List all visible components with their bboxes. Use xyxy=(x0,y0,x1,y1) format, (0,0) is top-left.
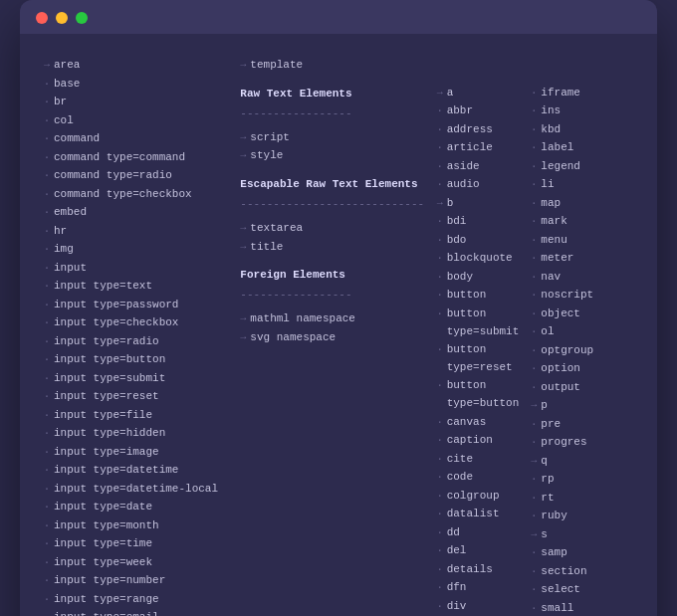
normal-col2: ·iframe·ins·kbd·label·legend·li·map·mark… xyxy=(531,84,621,616)
list-item: ·input type=button xyxy=(44,350,228,369)
bullet-icon: · xyxy=(437,214,443,231)
list-item: →svg namespace xyxy=(240,328,424,347)
arrow-icon: → xyxy=(240,330,246,347)
bullet-icon: · xyxy=(531,270,537,287)
list-item: ·command type=radio xyxy=(44,166,228,185)
arrow-icon: → xyxy=(240,148,246,165)
bullet-icon: · xyxy=(44,610,50,616)
list-item: ·input type=submit xyxy=(44,369,228,388)
list-item: ·noscript xyxy=(531,286,621,305)
list-item: ·kbd xyxy=(531,120,621,139)
item-label: command xyxy=(54,129,100,147)
bullet-icon: · xyxy=(437,580,443,597)
bullet-icon: · xyxy=(44,279,50,296)
bullet-icon: · xyxy=(44,518,50,535)
bullet-icon: · xyxy=(44,371,50,388)
bullet-icon: · xyxy=(44,168,50,185)
item-label: input type=datetime xyxy=(54,461,178,479)
item-label: input type=submit xyxy=(54,369,165,387)
list-item: ·samp xyxy=(531,543,621,562)
bullet-icon: · xyxy=(531,324,537,341)
list-item: →title xyxy=(240,238,424,257)
bullet-icon: · xyxy=(531,417,537,434)
item-label: article xyxy=(447,138,493,156)
item-label: aside xyxy=(447,157,480,175)
bullet-icon: · xyxy=(531,103,537,120)
minimize-button[interactable] xyxy=(56,12,68,24)
maximize-button[interactable] xyxy=(76,12,88,24)
bullet-icon: · xyxy=(44,408,50,425)
bullet-icon: · xyxy=(437,507,443,523)
item-label: img xyxy=(54,240,74,258)
list-item: →q xyxy=(531,452,621,471)
bullet-icon: · xyxy=(44,315,50,332)
bullet-icon: · xyxy=(44,224,50,241)
list-item: ·audio xyxy=(437,175,528,194)
item-label: div xyxy=(447,597,467,615)
list-item: ·img xyxy=(44,240,228,259)
item-label: small xyxy=(541,599,573,616)
item-label: input type=number xyxy=(54,571,165,589)
list-item: ·button type=reset xyxy=(437,340,528,376)
item-label: command type=command xyxy=(54,148,185,166)
list-item: ·article xyxy=(437,138,528,157)
item-label: mathml namespace xyxy=(250,309,355,327)
list-item: ·meter xyxy=(531,249,621,268)
bullet-icon: · xyxy=(437,543,443,560)
list-item: ·output xyxy=(531,378,621,397)
item-label: datalist xyxy=(447,505,500,522)
bullet-icon: · xyxy=(531,159,537,176)
section-title: Raw Text Elements xyxy=(240,85,424,103)
bullet-icon: · xyxy=(437,288,443,305)
bullet-icon: · xyxy=(531,214,537,231)
arrow-icon: → xyxy=(437,86,443,103)
item-label: button type=submit xyxy=(447,305,528,340)
bullet-icon: · xyxy=(531,307,537,323)
list-item: ·input type=datetime-local xyxy=(44,480,228,499)
bullet-icon: · xyxy=(437,378,443,395)
list-item: →template xyxy=(240,56,424,75)
bullet-icon: · xyxy=(531,251,537,268)
list-item: ·nav xyxy=(531,268,621,287)
list-item: ·input type=month xyxy=(44,516,228,535)
bullet-icon: · xyxy=(44,573,50,590)
list-item: ·hr xyxy=(44,222,228,241)
list-item: ·div xyxy=(437,597,528,616)
bullet-icon: · xyxy=(44,352,50,369)
bullet-icon: · xyxy=(437,342,443,359)
bullet-icon: · xyxy=(44,334,50,351)
arrow-icon: → xyxy=(531,398,537,415)
bullet-icon: · xyxy=(437,562,443,579)
template-items: →templateRaw Text Elements--------------… xyxy=(240,56,424,346)
item-label: hr xyxy=(54,222,67,240)
bullet-icon: · xyxy=(437,270,443,287)
item-label: style xyxy=(250,146,283,164)
item-label: colgroup xyxy=(447,487,500,505)
bullet-icon: · xyxy=(44,150,50,167)
bullet-icon: · xyxy=(437,177,443,194)
bullet-icon: · xyxy=(44,555,50,572)
list-item: ·input type=number xyxy=(44,571,228,590)
list-item: ·input type=range xyxy=(44,590,228,609)
list-item: ·menu xyxy=(531,231,621,250)
list-item: →b xyxy=(437,194,528,213)
close-button[interactable] xyxy=(36,12,48,24)
item-label: template xyxy=(250,56,303,74)
list-item: ·ins xyxy=(531,102,621,120)
item-label: br xyxy=(54,93,67,110)
item-label: output xyxy=(541,378,580,396)
bullet-icon: · xyxy=(44,389,50,406)
item-label: option xyxy=(541,359,580,377)
item-label: caption xyxy=(447,431,493,449)
bullet-icon: · xyxy=(437,307,443,323)
list-item: ·ol xyxy=(531,322,621,341)
bullet-icon: · xyxy=(531,491,537,508)
item-label: base xyxy=(54,75,80,93)
item-label: audio xyxy=(447,175,480,193)
normal-col1: →a·abbr·address·article·aside·audio→b·bd… xyxy=(437,84,528,616)
list-item: ·legend xyxy=(531,157,621,176)
item-label: input type=checkbox xyxy=(54,313,178,331)
list-item: ·br xyxy=(44,93,228,111)
item-label: del xyxy=(447,541,467,559)
bullet-icon: · xyxy=(44,463,50,480)
